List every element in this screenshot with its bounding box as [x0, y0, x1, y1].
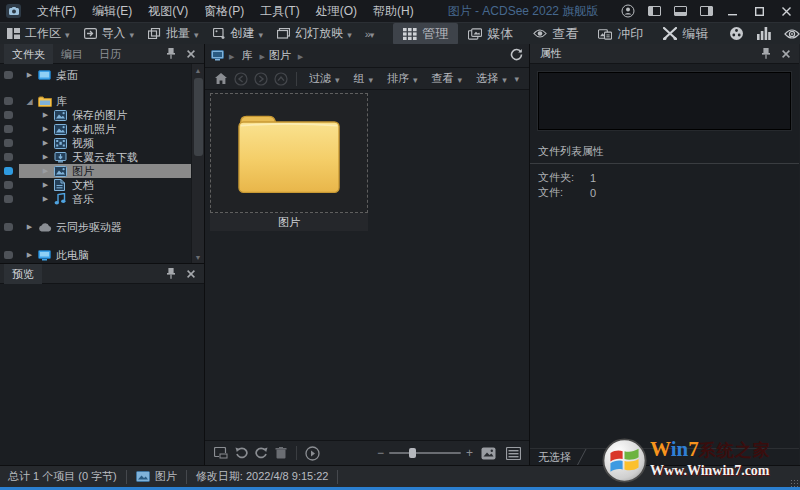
thumbnail-view-icon[interactable] — [478, 443, 498, 463]
menu-item[interactable]: 帮助(H) — [365, 0, 422, 22]
scrollbar-thumb[interactable] — [194, 78, 203, 156]
filter-menu-button[interactable]: 过滤 — [302, 71, 347, 86]
menu-item[interactable]: 窗格(P) — [196, 0, 252, 22]
quick-select-tag-icon[interactable] — [4, 71, 13, 79]
tree-item[interactable]: ▶ 文档 — [0, 178, 191, 192]
folder-tile[interactable]: 图片 — [210, 93, 368, 231]
account-icon[interactable] — [615, 0, 641, 22]
filter-menu-button[interactable]: 查看 — [425, 71, 470, 86]
tree-item[interactable]: ▶ 本机照片 — [0, 122, 191, 136]
close-panel-icon[interactable] — [184, 267, 198, 281]
pin-icon[interactable] — [164, 47, 178, 61]
layout-bottom-pane-icon[interactable] — [667, 0, 693, 22]
filter-menu-button[interactable]: 选择 — [469, 71, 514, 86]
zoom-out-icon[interactable]: − — [377, 448, 384, 458]
expand-arrow-icon[interactable]: ▶ — [41, 153, 50, 161]
expand-arrow-icon[interactable]: ▶ — [41, 195, 50, 203]
rotate-left-icon[interactable] — [231, 443, 251, 463]
quick-select-tag-icon[interactable] — [4, 251, 13, 259]
maximize-button[interactable] — [746, 0, 773, 22]
quick-select-tag-icon[interactable] — [4, 223, 13, 231]
detail-view-icon[interactable] — [503, 443, 523, 463]
quick-select-tag-icon[interactable] — [4, 167, 13, 175]
close-panel-icon[interactable] — [184, 47, 198, 61]
forward-icon[interactable] — [251, 70, 271, 88]
toolbar-overflow-icon[interactable]: » — [359, 28, 380, 40]
close-button[interactable] — [773, 0, 800, 22]
mode-tab[interactable]: 编辑 — [653, 23, 718, 45]
expand-arrow-icon[interactable]: ▶ — [41, 125, 50, 133]
export-icon[interactable] — [211, 443, 231, 463]
quick-select-tag-icon[interactable] — [4, 139, 13, 147]
tree-item[interactable]: ▶ 图片 — [0, 164, 191, 178]
layout-right-pane-icon[interactable] — [693, 0, 719, 22]
menu-item[interactable]: 文件(F) — [29, 0, 84, 22]
film-reel-icon[interactable] — [724, 23, 748, 45]
expand-arrow-icon[interactable]: ◢ — [25, 97, 34, 106]
home-icon[interactable] — [211, 70, 231, 88]
back-icon[interactable] — [231, 70, 251, 88]
breadcrumb-segment[interactable]: 图片 — [267, 48, 305, 63]
more-options-caret-icon[interactable]: ▾ — [514, 74, 523, 84]
refresh-icon[interactable] — [510, 48, 523, 64]
menu-item[interactable]: 编辑(E) — [84, 0, 140, 22]
auto-advance-icon[interactable] — [302, 443, 322, 463]
quick-select-tag-icon[interactable] — [4, 97, 13, 105]
toolbar-button[interactable]: 幻灯放映 — [270, 23, 359, 45]
tree-item[interactable]: ▶ 音乐 — [0, 192, 191, 206]
dashboard-chart-icon[interactable] — [752, 23, 776, 45]
folder-thumbnail[interactable] — [210, 93, 368, 213]
minimize-button[interactable] — [719, 0, 746, 22]
quick-view-icon[interactable] — [780, 23, 800, 45]
filter-menu-button[interactable]: 排序 — [380, 71, 425, 86]
layout-left-pane-icon[interactable] — [641, 0, 667, 22]
menu-item[interactable]: 处理(O) — [308, 0, 365, 22]
close-panel-icon[interactable] — [779, 47, 793, 61]
quick-select-tag-icon[interactable] — [4, 195, 13, 203]
mode-tab[interactable]: 查看 — [523, 23, 588, 45]
tree-item[interactable]: ▶ 视频 — [0, 136, 191, 150]
tree-scrollbar[interactable]: ▲ ▼ — [191, 64, 204, 263]
tree-item[interactable]: ▶ 保存的图片 — [0, 108, 191, 122]
quick-select-tag-icon[interactable] — [4, 125, 13, 133]
scroll-up-icon[interactable]: ▲ — [192, 64, 204, 76]
rotate-right-icon[interactable] — [251, 443, 271, 463]
up-icon[interactable] — [271, 70, 291, 88]
zoom-in-icon[interactable]: + — [466, 448, 473, 458]
tree-item[interactable]: ▶ 云同步驱动器 — [0, 220, 191, 234]
toolbar-button[interactable]: 导入 — [77, 23, 142, 45]
mode-tab[interactable]: 冲印 — [588, 23, 653, 45]
expand-arrow-icon[interactable]: ▶ — [41, 139, 50, 147]
menu-item[interactable]: 工具(T) — [252, 0, 307, 22]
expand-arrow-icon[interactable]: ▶ — [25, 251, 34, 259]
folders-panel-tab[interactable]: 文件夹 — [4, 44, 53, 64]
mode-tab[interactable]: 管理 — [393, 23, 458, 45]
expand-arrow-icon[interactable]: ▶ — [25, 223, 34, 231]
expand-arrow-icon[interactable]: ▶ — [41, 181, 50, 189]
mode-tab[interactable]: 媒体 — [458, 23, 523, 45]
filter-menu-button[interactable]: 组 — [347, 71, 381, 86]
toolbar-button[interactable]: 批量 — [141, 23, 206, 45]
zoom-slider[interactable] — [389, 448, 461, 458]
quick-select-tag-icon[interactable] — [4, 111, 13, 119]
folders-panel-tab[interactable]: 编目 — [53, 44, 91, 64]
expand-arrow-icon[interactable]: ▶ — [25, 71, 34, 79]
tree-item[interactable]: ▶ 桌面 — [0, 68, 191, 82]
scroll-down-icon[interactable]: ▼ — [192, 251, 204, 263]
expand-arrow-icon[interactable]: ▶ — [41, 167, 50, 175]
breadcrumb-segment[interactable]: 库 — [227, 48, 267, 63]
pin-icon[interactable] — [759, 47, 773, 61]
zoom-slider-handle[interactable] — [409, 448, 416, 458]
toolbar-button[interactable]: 创建 — [206, 23, 271, 45]
tree-item[interactable]: ▶ 此电脑 — [0, 248, 191, 262]
tree-item[interactable]: ▶ 天翼云盘下载 — [0, 150, 191, 164]
resize-grip[interactable] — [790, 479, 798, 487]
quick-select-tag-icon[interactable] — [4, 181, 13, 189]
expand-arrow-icon[interactable]: ▶ — [41, 111, 50, 119]
quick-select-tag-icon[interactable] — [4, 153, 13, 161]
toolbar-button[interactable]: 工作区 — [0, 23, 77, 45]
folders-panel-tab[interactable]: 日历 — [91, 44, 129, 64]
tree-item[interactable]: ◢ 库 — [0, 94, 191, 108]
pin-icon[interactable] — [164, 267, 178, 281]
menu-item[interactable]: 视图(V) — [140, 0, 196, 22]
